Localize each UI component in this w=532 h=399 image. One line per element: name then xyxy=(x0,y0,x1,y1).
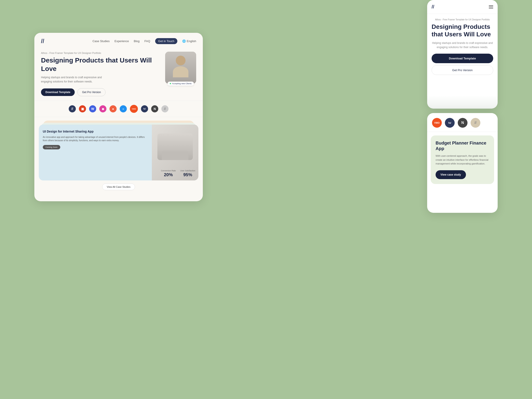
nav-language[interactable]: 🌐 English xyxy=(182,39,196,43)
hero-title: Designing Products that Users Will Love xyxy=(41,56,161,73)
globe-icon: 🌐 xyxy=(182,39,186,43)
vwo-icon: VWO xyxy=(130,105,138,113)
person-body xyxy=(173,66,188,77)
hero-image-wrap: Accepting new Clients xyxy=(165,52,196,84)
right-top-nav: // xyxy=(427,0,498,14)
right-bottom-card: VWO fa/ N // Budget Planner Finance App … xyxy=(427,113,498,213)
rb-framer-icon: // xyxy=(471,118,480,128)
brand-icons-strip: // ▣ W ◆ ● ∞ VWO fa/ N // xyxy=(34,101,203,117)
hero-subtitle: Athos - Free Framer Template for UX Desi… xyxy=(41,52,161,54)
hero-description: Helping startups and brands to craft exp… xyxy=(41,75,108,84)
hero-image xyxy=(165,52,196,84)
coming-soon-badge: Coming Soon xyxy=(43,145,60,149)
nav-links: Case Studies Experience Blog FAQ Get in … xyxy=(92,38,196,44)
hero-buttons: Download Template Get Pro Version xyxy=(41,88,161,96)
right-top-hero: Athos - Free Framer Template for UX Desi… xyxy=(427,14,498,79)
rt-get-pro-version-button[interactable]: Get Pro Version xyxy=(431,65,493,75)
satisfaction-stat: User Satisfaction 95% xyxy=(180,170,195,177)
squarespace-icon: ▣ xyxy=(79,105,86,112)
status-dot xyxy=(170,83,171,84)
rb-notion-icon: N xyxy=(458,118,468,128)
nav-experience[interactable]: Experience xyxy=(115,39,129,43)
nav-case-studies[interactable]: Case Studies xyxy=(92,39,109,43)
fathom-icon: fa/ xyxy=(141,105,148,112)
rt-title: Designing Products that Users Will Love xyxy=(431,23,493,38)
notion-icon: N xyxy=(151,105,158,112)
hero-text: Athos - Free Framer Template for UX Desi… xyxy=(41,52,161,96)
rb-vwo-icon: VWO xyxy=(432,118,442,128)
contentful-icon: ∞ xyxy=(120,105,127,112)
hero-section: Athos - Free Framer Template for UX Desi… xyxy=(34,50,203,101)
conversion-stat: Conversion Rate 20% xyxy=(161,170,176,177)
figma-icon: ● xyxy=(109,105,117,112)
case-card-stack: UI Design for Internet Sharing App An in… xyxy=(39,120,198,180)
nav-blog[interactable]: Blog xyxy=(134,39,140,43)
view-case-study-button[interactable]: View case study xyxy=(436,170,466,179)
person-photo xyxy=(165,52,196,84)
case-card-content: UI Design for Internet Sharing App An in… xyxy=(39,125,152,180)
menu-line-2 xyxy=(489,7,493,7)
hamburger-menu[interactable] xyxy=(489,5,493,8)
budget-planner-card: Budget Planner Finance App With user-cen… xyxy=(431,135,494,184)
get-pro-version-button[interactable]: Get Pro Version xyxy=(77,88,106,96)
left-main-card: // Case Studies Experience Blog FAQ Get … xyxy=(34,33,203,201)
framer3-icon: // xyxy=(161,105,168,112)
rb-fathom-icon: fa/ xyxy=(445,118,455,128)
view-all-case-studies-button[interactable]: View All Case Studies xyxy=(102,184,135,190)
rt-bottom-blur xyxy=(427,95,498,109)
webflow-icon: W xyxy=(89,105,96,112)
rb-case-description: With user-centered approach, the goals w… xyxy=(436,154,489,166)
person-head xyxy=(176,56,185,65)
rt-breadcrumb: Athos - Free Framer Template for UX Desi… xyxy=(431,18,493,21)
nav-bar: // Case Studies Experience Blog FAQ Get … xyxy=(34,33,203,50)
framer2-icon: ◆ xyxy=(99,105,106,112)
accepting-badge: Accepting new Clients xyxy=(168,82,194,86)
rt-logo: // xyxy=(431,4,434,10)
right-top-card: // Athos - Free Framer Template for UX D… xyxy=(427,0,498,109)
case-description: An innovative app and approach for takin… xyxy=(43,135,148,142)
case-stats: Conversion Rate 20% User Satisfaction 95… xyxy=(161,170,195,177)
framer-icon: // xyxy=(69,105,76,112)
nav-logo: // xyxy=(41,38,44,44)
rb-icons-row: VWO fa/ N // xyxy=(427,113,498,132)
menu-line-1 xyxy=(489,5,493,6)
case-studies-section: UI Design for Internet Sharing App An in… xyxy=(34,120,203,195)
case-title: UI Design for Internet Sharing App xyxy=(43,129,148,133)
nav-faq[interactable]: FAQ xyxy=(145,39,150,43)
rt-download-template-button[interactable]: Download Template xyxy=(431,54,493,63)
menu-line-3 xyxy=(489,8,493,8)
rt-description: Helping startups and brands to craft exp… xyxy=(431,41,493,50)
nav-get-in-touch[interactable]: Get in Touch xyxy=(155,38,177,44)
case-image-object xyxy=(157,133,193,160)
rb-case-title: Budget Planner Finance App xyxy=(436,140,489,151)
download-template-button[interactable]: Download Template xyxy=(41,89,75,96)
